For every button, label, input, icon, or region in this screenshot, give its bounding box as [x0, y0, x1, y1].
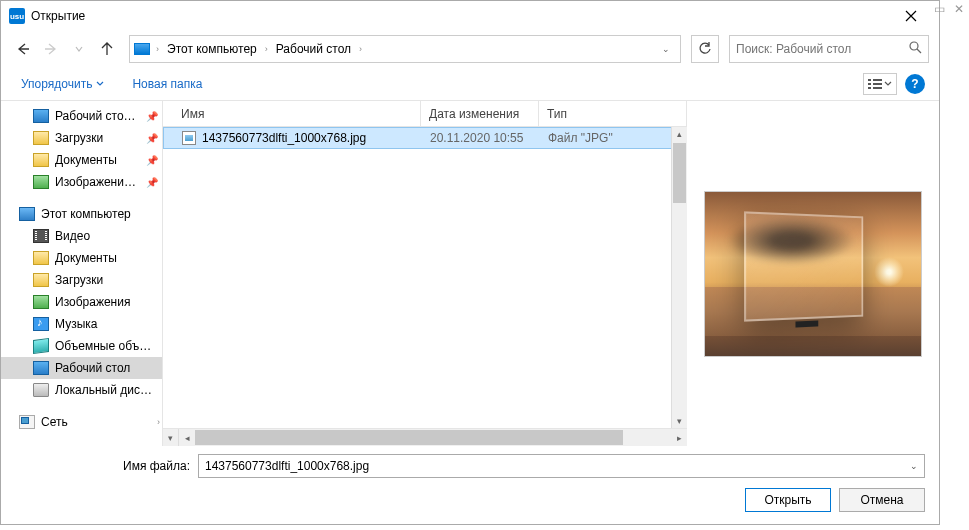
folder-icon	[33, 251, 49, 265]
file-name: 1437560773dlfti_1000x768.jpg	[202, 131, 366, 145]
folder-tree[interactable]: Рабочий сто…📌Загрузки📌Документы📌Изображе…	[1, 101, 163, 446]
pc-icon	[134, 43, 150, 55]
up-button[interactable]	[95, 37, 119, 61]
col-type[interactable]: Тип	[539, 101, 687, 126]
close-icon	[905, 10, 917, 22]
svg-rect-4	[873, 83, 882, 85]
tree-scroll-down[interactable]: ▾	[163, 429, 179, 446]
svg-rect-5	[868, 87, 871, 89]
disk-icon	[33, 383, 49, 397]
tree-item[interactable]: Загрузки📌	[1, 127, 162, 149]
filename-combo[interactable]: ⌄	[198, 454, 925, 478]
tree-item[interactable]: Документы📌	[1, 149, 162, 171]
obj3d-icon	[33, 338, 49, 354]
tree-item-label: Загрузки	[55, 131, 103, 145]
tree-item[interactable]: Загрузки	[1, 269, 162, 291]
tree-item[interactable]: Документы	[1, 247, 162, 269]
search-icon	[909, 41, 922, 57]
refresh-button[interactable]	[691, 35, 719, 63]
navbar: › Этот компьютер › Рабочий стол › ⌄	[1, 31, 939, 67]
forward-button[interactable]	[39, 37, 63, 61]
chevron-right-icon: ›	[357, 44, 364, 54]
tree-item[interactable]: Изображения	[1, 291, 162, 313]
tree-item[interactable]: Музыка	[1, 313, 162, 335]
tree-item-label: Сеть	[41, 415, 68, 429]
tree-item[interactable]: Локальный дис…	[1, 379, 162, 401]
folder-icon	[33, 131, 49, 145]
file-type: Файл "JPG"	[540, 131, 686, 145]
breadcrumb[interactable]: › Этот компьютер › Рабочий стол › ⌄	[129, 35, 681, 63]
button-row: Открыть Отмена	[15, 488, 925, 512]
help-button[interactable]: ?	[905, 74, 925, 94]
view-button[interactable]	[863, 73, 897, 95]
organize-label: Упорядочить	[21, 77, 92, 91]
organize-button[interactable]: Упорядочить	[15, 73, 110, 95]
tree-item[interactable]: Изображени…📌	[1, 171, 162, 193]
chevron-down-icon	[96, 80, 104, 88]
vertical-scrollbar[interactable]: ▴ ▾	[671, 127, 687, 428]
filename-row: Имя файла: ⌄	[15, 454, 925, 478]
tree-item-label: Рабочий сто…	[55, 109, 136, 123]
tree-item-label: Документы	[55, 153, 117, 167]
pc-icon	[19, 207, 35, 221]
window-title: Открытие	[31, 9, 891, 23]
tree-item-label: Загрузки	[55, 273, 103, 287]
scroll-left-arrow[interactable]: ◂	[179, 429, 195, 446]
tree-item[interactable]: Рабочий сто…📌	[1, 105, 162, 127]
outer-window-controls: ▭ ✕	[931, 2, 967, 16]
search-box[interactable]	[729, 35, 929, 63]
column-headers: Имя Дата изменения Тип	[163, 101, 687, 127]
desktop-icon	[33, 361, 49, 375]
net-icon	[19, 415, 35, 429]
recent-dropdown[interactable]	[67, 37, 91, 61]
tree-item[interactable]: Объемные объ…	[1, 335, 162, 357]
open-button[interactable]: Открыть	[745, 488, 831, 512]
search-input[interactable]	[736, 42, 909, 56]
close-button[interactable]	[891, 2, 931, 30]
back-button[interactable]	[11, 37, 35, 61]
chevron-down-icon[interactable]: ⌄	[910, 461, 918, 471]
tree-item[interactable]: Видео	[1, 225, 162, 247]
svg-rect-1	[868, 79, 871, 81]
crumb-this-pc[interactable]: Этот компьютер	[163, 40, 261, 58]
col-date[interactable]: Дата изменения	[421, 101, 539, 126]
svg-rect-3	[868, 83, 871, 85]
svg-point-0	[910, 42, 918, 50]
svg-rect-6	[873, 87, 882, 89]
scroll-thumb[interactable]	[673, 143, 686, 203]
bottom-bar: Имя файла: ⌄ Открыть Отмена	[1, 446, 939, 524]
file-area: Имя Дата изменения Тип 1437560773dlfti_1…	[163, 101, 687, 446]
body-area: Рабочий сто…📌Загрузки📌Документы📌Изображе…	[1, 101, 939, 446]
chevron-down-icon	[884, 80, 892, 88]
chevron-down-icon	[75, 45, 83, 53]
pin-icon: 📌	[146, 155, 158, 166]
outer-close-icon[interactable]: ✕	[951, 2, 967, 16]
toolbar: Упорядочить Новая папка ?	[1, 67, 939, 101]
tree-item-label: Документы	[55, 251, 117, 265]
scroll-down-arrow[interactable]: ▾	[672, 414, 687, 428]
horizontal-scrollbar[interactable]: ◂ ▸	[179, 429, 687, 446]
scroll-up-arrow[interactable]: ▴	[672, 127, 687, 141]
tree-item[interactable]: Рабочий стол	[1, 357, 162, 379]
expand-icon[interactable]: ›	[157, 417, 160, 427]
crumb-desktop[interactable]: Рабочий стол	[272, 40, 355, 58]
scroll-right-arrow[interactable]: ▸	[671, 429, 687, 446]
file-row[interactable]: 1437560773dlfti_1000x768.jpg20.11.2020 1…	[163, 127, 687, 149]
outer-restore-icon[interactable]: ▭	[931, 2, 947, 16]
chevron-right-icon: ›	[263, 44, 270, 54]
file-list[interactable]: 1437560773dlfti_1000x768.jpg20.11.2020 1…	[163, 127, 687, 428]
hscroll-row: ▾ ◂ ▸	[163, 428, 687, 446]
pin-icon: 📌	[146, 177, 158, 188]
desktop-icon	[33, 109, 49, 123]
col-name[interactable]: Имя	[163, 101, 421, 126]
new-folder-button[interactable]: Новая папка	[126, 73, 208, 95]
tree-item[interactable]: Этот компьютер	[1, 203, 162, 225]
pin-icon: 📌	[146, 133, 158, 144]
crumb-dropdown[interactable]: ⌄	[656, 44, 676, 54]
tree-item[interactable]: Сеть›	[1, 411, 162, 433]
file-icon	[182, 131, 196, 145]
filename-input[interactable]	[205, 459, 910, 473]
cancel-button[interactable]: Отмена	[839, 488, 925, 512]
arrow-left-icon	[16, 42, 30, 56]
hscroll-thumb[interactable]	[195, 430, 623, 445]
